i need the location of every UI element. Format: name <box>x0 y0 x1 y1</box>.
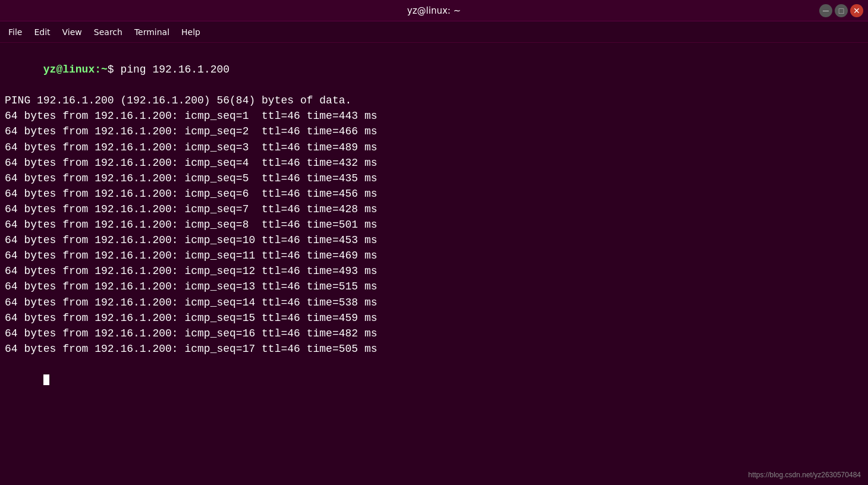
ping-line-9: 64 bytes from 192.16.1.200: icmp_seq=10 … <box>5 232 863 248</box>
minimize-button[interactable]: ─ <box>819 4 832 17</box>
ping-line-14: 64 bytes from 192.16.1.200: icmp_seq=15 … <box>5 310 863 326</box>
cursor-line <box>5 357 863 403</box>
cursor-block <box>43 374 49 385</box>
window-controls: ─ □ ✕ <box>819 4 863 17</box>
menu-terminal[interactable]: Terminal <box>128 25 175 39</box>
ping-line-8: 64 bytes from 192.16.1.200: icmp_seq=8 t… <box>5 217 863 232</box>
menu-search[interactable]: Search <box>88 25 128 39</box>
ping-line-4: 64 bytes from 192.16.1.200: icmp_seq=4 t… <box>5 155 863 171</box>
ping-line-7: 64 bytes from 192.16.1.200: icmp_seq=7 t… <box>5 201 863 217</box>
menu-bar: File Edit View Search Terminal Help <box>0 21 868 43</box>
ping-line-15: 64 bytes from 192.16.1.200: icmp_seq=16 … <box>5 326 863 341</box>
ping-line-13: 64 bytes from 192.16.1.200: icmp_seq=14 … <box>5 295 863 310</box>
window-title: yz@linux: ~ <box>407 5 461 16</box>
menu-view[interactable]: View <box>56 25 88 39</box>
ping-header: PING 192.16.1.200 (192.16.1.200) 56(84) … <box>5 93 863 108</box>
ping-line-3: 64 bytes from 192.16.1.200: icmp_seq=3 t… <box>5 140 863 155</box>
menu-file[interactable]: File <box>2 25 28 39</box>
ping-line-11: 64 bytes from 192.16.1.200: icmp_seq=12 … <box>5 263 863 279</box>
maximize-button[interactable]: □ <box>835 4 848 17</box>
close-button[interactable]: ✕ <box>850 4 863 17</box>
ping-line-6: 64 bytes from 192.16.1.200: icmp_seq=6 t… <box>5 186 863 201</box>
menu-edit[interactable]: Edit <box>28 25 56 39</box>
terminal-body[interactable]: yz@linux:~$ ping 192.16.1.200 PING 192.1… <box>0 43 868 485</box>
menu-help[interactable]: Help <box>175 25 206 39</box>
ping-line-2: 64 bytes from 192.16.1.200: icmp_seq=2 t… <box>5 124 863 139</box>
ping-line-1: 64 bytes from 192.16.1.200: icmp_seq=1 t… <box>5 108 863 124</box>
watermark: https://blog.csdn.net/yz2630570484 <box>749 471 861 479</box>
prompt-command: ping 192.16.1.200 <box>114 64 229 75</box>
title-bar: yz@linux: ~ ─ □ ✕ <box>0 0 868 21</box>
ping-line-5: 64 bytes from 192.16.1.200: icmp_seq=5 t… <box>5 171 863 186</box>
prompt-user: yz@linux:~ <box>43 64 108 75</box>
terminal-window: yz@linux: ~ ─ □ ✕ File Edit View Search … <box>0 0 868 485</box>
ping-line-10: 64 bytes from 192.16.1.200: icmp_seq=11 … <box>5 248 863 263</box>
ping-line-16: 64 bytes from 192.16.1.200: icmp_seq=17 … <box>5 341 863 357</box>
ping-line-12: 64 bytes from 192.16.1.200: icmp_seq=13 … <box>5 279 863 294</box>
prompt-symbol: $ <box>108 64 114 75</box>
prompt-line: yz@linux:~$ ping 192.16.1.200 <box>5 46 863 93</box>
